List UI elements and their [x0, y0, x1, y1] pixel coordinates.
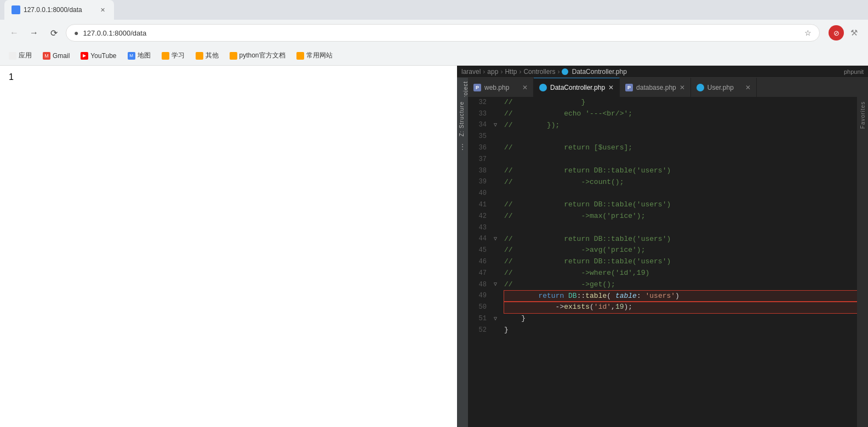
code-line-37	[504, 154, 857, 165]
maps-favicon: M	[128, 52, 135, 60]
bookmark-common-label: 常用网站	[306, 51, 333, 60]
bookmark-youtube[interactable]: ▶ YouTube	[76, 50, 121, 62]
browser-tab-active[interactable]: 127.0.0.1:8000/data ✕	[4, 0, 114, 20]
address-bar: ← → ⟳ ● 127.0.0.1:8000/data ☆ ⊘ ⚒	[0, 20, 868, 46]
ide-editor-layout: Z: Structure ⋮ 32 33 34 35 36 37 38 39	[457, 97, 868, 427]
bookmark-other-label: 其他	[205, 51, 219, 60]
bookmark-common[interactable]: 常用网站	[292, 49, 337, 62]
fold-34[interactable]: ▽	[491, 120, 500, 131]
tab-bar: 127.0.0.1:8000/data ✕	[0, 0, 868, 20]
profile-button[interactable]: ⚒	[846, 25, 861, 41]
project-sidebar-label[interactable]: 1: Project	[457, 78, 468, 97]
code-line-50: -> exists ( 'id' , 19 );	[504, 302, 857, 313]
database-tab-close[interactable]: ✕	[679, 84, 685, 91]
code-line-38: // return DB::table('users')	[504, 165, 857, 177]
bookmark-gmail[interactable]: M Gmail	[38, 50, 74, 62]
database-tab-label: database.php	[636, 84, 676, 91]
tab-title: 127.0.0.1:8000/data	[24, 6, 95, 14]
code-line-51: }	[504, 313, 857, 325]
bookmark-youtube-label: YouTube	[90, 52, 116, 60]
bookmark-apps-label: 应用	[19, 51, 32, 60]
bookmark-maps[interactable]: M 地图	[123, 49, 155, 62]
bookmark-maps-label: 地图	[138, 51, 151, 60]
code-line-42: // ->max('price');	[504, 211, 857, 222]
line-numbers: 32 33 34 35 36 37 38 39 40 41 42 43 44 4…	[468, 97, 491, 427]
page-result: 1	[9, 72, 14, 82]
favorites-label[interactable]: Favorites	[858, 97, 867, 133]
ide-favorites-stripe: Favorites	[857, 97, 868, 427]
ide-tab-user[interactable]: User.php ✕	[691, 78, 757, 97]
code-line-45: // ->avg('price');	[504, 245, 857, 256]
reload-button[interactable]: ⟳	[46, 25, 61, 41]
code-line-41: // return DB::table('users')	[504, 199, 857, 211]
bookmark-star-icon[interactable]: ☆	[804, 28, 812, 37]
code-line-39: // ->count();	[504, 177, 857, 188]
forward-button[interactable]: →	[26, 25, 42, 41]
ide-left-panel: Z: Structure ⋮	[457, 97, 468, 427]
tab-close-button[interactable]: ✕	[98, 5, 107, 14]
code-line-44: // return DB::table('users')	[504, 234, 857, 245]
code-line-43	[504, 222, 857, 234]
bookmark-other[interactable]: 其他	[191, 49, 223, 62]
ide-tabs: 1: Project P web.php ✕ DataController.ph…	[457, 78, 868, 97]
breadcrumb-controllers[interactable]: Controllers	[523, 68, 555, 76]
web-tab-close[interactable]: ✕	[522, 84, 528, 91]
breadcrumb-laravel[interactable]: laravel	[461, 68, 481, 76]
back-button[interactable]: ←	[7, 25, 22, 41]
lock-icon: ●	[74, 28, 78, 37]
code-line-46: // return DB::table('users')	[504, 256, 857, 268]
phpunit-label: phpunit	[844, 68, 864, 75]
bookmark-python[interactable]: python官方文档	[225, 49, 290, 62]
code-lines: // } // echo '---<br/>'; // });	[500, 97, 857, 427]
code-line-48: // ->get();	[504, 279, 857, 291]
tab-favicon	[12, 5, 20, 14]
user-tab-icon	[696, 84, 704, 91]
datacontroller-tab-close[interactable]: ✕	[608, 84, 614, 91]
code-line-35	[504, 131, 857, 142]
datacontroller-tab-label: DataController.php	[550, 84, 605, 91]
web-tab-label: web.php	[484, 84, 509, 91]
ide-panel: laravel › app › Http › Controllers › Dat…	[457, 66, 868, 427]
code-editor[interactable]: 32 33 34 35 36 37 38 39 40 41 42 43 44 4…	[468, 97, 857, 427]
code-line-36: // return [$users];	[504, 142, 857, 154]
code-line-40	[504, 188, 857, 199]
code-line-34: // });	[504, 120, 857, 131]
web-tab-icon: P	[473, 84, 481, 91]
fold-48[interactable]: ▽	[491, 279, 500, 291]
datacontroller-tab-icon	[539, 84, 547, 91]
code-line-32: // }	[504, 97, 857, 108]
study-favicon	[162, 52, 169, 60]
ide-tab-web[interactable]: P web.php ✕	[468, 78, 534, 97]
extensions-button[interactable]: ⊘	[829, 25, 844, 41]
code-line-52: }	[504, 325, 857, 336]
breadcrumb-app[interactable]: app	[487, 68, 498, 76]
fold-indicators: ▽ ▽ ▽	[491, 97, 500, 427]
breadcrumb-http[interactable]: Http	[505, 68, 517, 76]
ide-project-stripe: 1: Project	[457, 78, 468, 97]
structure-sidebar-label[interactable]: Z: Structure	[457, 97, 468, 141]
youtube-favicon: ▶	[81, 52, 88, 60]
page-content: 1	[0, 66, 457, 427]
bookmarks-bar: 应用 M Gmail ▶ YouTube M 地图 学习 其他	[0, 46, 868, 66]
database-tab-icon: P	[625, 84, 633, 91]
bookmark-python-label: python官方文档	[239, 51, 285, 60]
ide-breadcrumb: laravel › app › Http › Controllers › Dat…	[457, 66, 868, 78]
code-line-47: // ->where('id',19)	[504, 268, 857, 279]
code-line-49: return DB :: table ( table : 'users' )	[504, 291, 857, 302]
fold-44[interactable]: ▽	[491, 234, 500, 245]
breadcrumb-file[interactable]: DataController.php	[562, 68, 626, 76]
url-bar[interactable]: ● 127.0.0.1:8000/data ☆	[66, 24, 820, 42]
fold-51[interactable]: ▽	[491, 313, 500, 325]
structure-icon: ⋮	[457, 141, 468, 153]
bookmark-study[interactable]: 学习	[157, 49, 189, 62]
bookmark-apps[interactable]: 应用	[4, 49, 36, 62]
apps-favicon	[9, 52, 16, 60]
user-tab-close[interactable]: ✕	[745, 84, 751, 91]
python-favicon	[230, 52, 237, 60]
ide-tab-datacontroller[interactable]: DataController.php ✕	[534, 78, 620, 97]
url-text: 127.0.0.1:8000/data	[83, 29, 800, 37]
other-favicon	[196, 52, 203, 60]
code-line-33: // echo '---<br/>';	[504, 108, 857, 120]
browser-nav-icons: ⊘ ⚒	[829, 25, 861, 41]
ide-tab-database[interactable]: P database.php ✕	[620, 78, 691, 97]
